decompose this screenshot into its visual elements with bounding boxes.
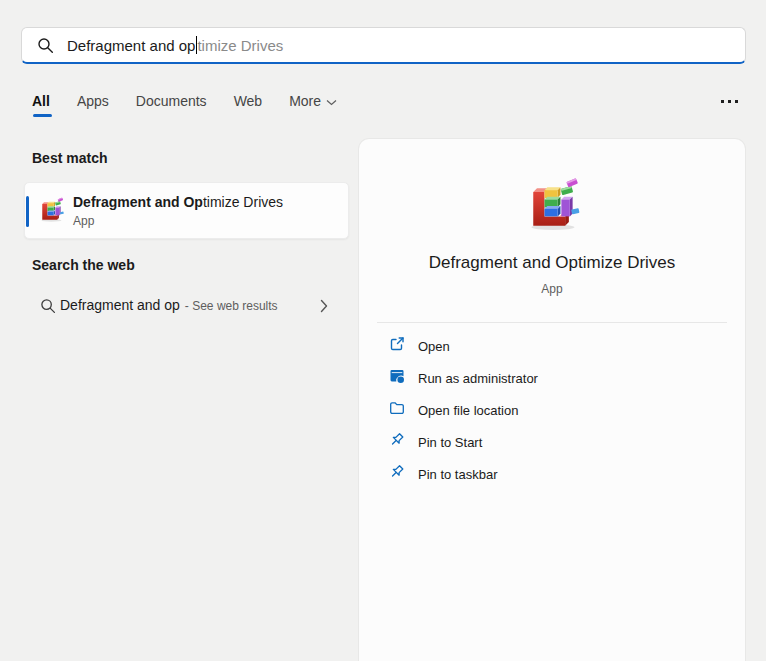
tab-apps[interactable]: Apps <box>77 93 109 111</box>
tab-web[interactable]: Web <box>234 93 263 111</box>
action-pin-to-taskbar[interactable]: Pin to taskbar <box>359 458 745 490</box>
selected-tab-indicator <box>33 114 52 117</box>
web-suggestion-text: Defragment and op- See web results <box>60 297 278 313</box>
pin-icon <box>389 432 405 452</box>
open-external-icon <box>389 336 405 356</box>
preview-type: App <box>359 282 745 296</box>
run-as-admin-icon <box>389 368 405 388</box>
action-run-as-administrator[interactable]: Run as administrator <box>359 362 745 394</box>
tab-documents[interactable]: Documents <box>136 93 207 111</box>
action-open[interactable]: Open <box>359 330 745 362</box>
ellipsis-icon <box>721 100 724 103</box>
result-preview-panel: Defragment and Optimize Drives App Open <box>359 139 745 661</box>
more-options-button[interactable] <box>716 92 742 110</box>
search-query-suggestion: timize Drives <box>197 37 283 54</box>
result-type: App <box>73 214 94 228</box>
defrag-app-icon-large <box>522 177 582 237</box>
search-web-heading: Search the web <box>32 257 135 273</box>
search-icon <box>40 298 56 318</box>
best-match-heading: Best match <box>32 150 107 166</box>
result-title: Defragment and Optimize Drives <box>73 194 283 210</box>
pin-icon <box>389 464 405 484</box>
tab-more[interactable]: More <box>289 93 337 111</box>
chevron-right-icon <box>320 299 328 317</box>
chevron-down-icon <box>326 93 337 109</box>
web-search-suggestion[interactable]: Defragment and op- See web results <box>24 287 349 325</box>
defrag-app-icon <box>37 197 65 225</box>
action-pin-to-start[interactable]: Pin to Start <box>359 426 745 458</box>
action-list: Open Run as administrator <box>359 330 745 490</box>
tab-all[interactable]: All <box>32 93 50 111</box>
best-match-result[interactable]: Defragment and Optimize Drives App <box>24 182 349 239</box>
action-open-file-location[interactable]: Open file location <box>359 394 745 426</box>
selection-accent-bar <box>26 196 29 227</box>
search-query-typed: Defragment and op <box>67 37 195 54</box>
search-icon <box>37 37 54 54</box>
folder-icon <box>389 400 405 420</box>
search-filter-tabs: All Apps Documents Web More <box>32 93 337 111</box>
web-suggestion-hint: - See web results <box>185 299 278 313</box>
preview-title: Defragment and Optimize Drives <box>359 253 745 273</box>
search-query-text: Defragment and op timize Drives <box>67 36 283 54</box>
divider <box>377 322 727 323</box>
search-input[interactable]: Defragment and op timize Drives <box>21 27 746 64</box>
